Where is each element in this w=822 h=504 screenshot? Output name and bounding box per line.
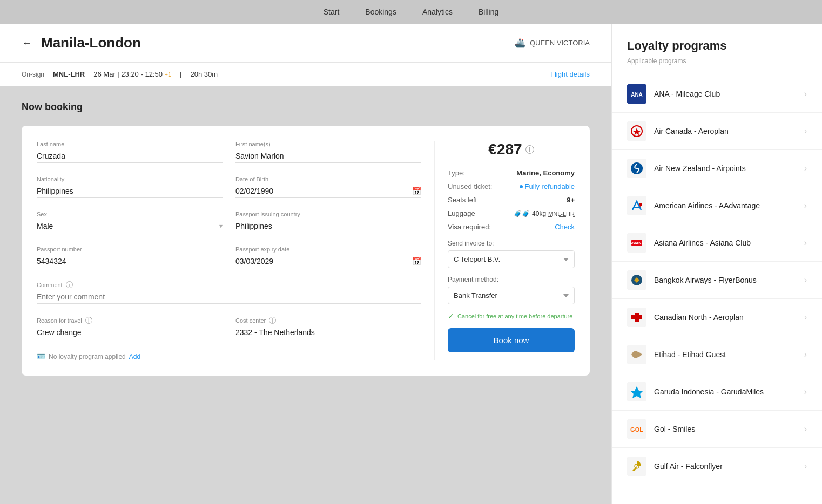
gulf-logo: [627, 457, 646, 476]
sex-select[interactable]: Male Female: [37, 220, 223, 233]
book-now-button[interactable]: Book now: [448, 328, 575, 352]
loyalty-item-ana[interactable]: ANA ANA - Mileage Club ›: [612, 76, 822, 113]
calendar-icon-expiry[interactable]: 📅: [412, 257, 421, 265]
left-content: ← Manila-London 🚢 QUEEN VICTORIA On-sign…: [0, 24, 611, 504]
price-card: €287 i Type: Marine, Economy Unused tick…: [434, 141, 575, 360]
loyalty-row: 🪪 No loyalty program applied Add: [37, 352, 421, 360]
visa-check-link[interactable]: Check: [555, 223, 575, 231]
chevron-right-icon: ›: [804, 387, 807, 397]
passport-row: Passport number Passport expiry date 03/…: [37, 246, 421, 268]
nav-billing[interactable]: Billing: [479, 8, 498, 16]
form-left: Last name First name(s) Nationality: [37, 141, 421, 360]
chevron-right-icon: ›: [804, 461, 807, 471]
passport-expiry-field: Passport expiry date 03/03/2029 📅: [235, 246, 421, 268]
dob-field: Date of Birth 02/02/1990 📅: [235, 176, 421, 198]
loyalty-item-etihad[interactable]: Etihad - Etihad Guest ›: [612, 336, 822, 373]
loyalty-item-air-canada[interactable]: Air Canada - Aeroplan ›: [612, 113, 822, 150]
garuda-logo: [627, 382, 646, 401]
passport-country-input[interactable]: [235, 220, 421, 233]
cost-center-field: Cost center i: [235, 317, 421, 339]
loyalty-item-left-gulf: Gulf Air - Falconflyer: [627, 457, 723, 476]
page-header-left: ← Manila-London: [22, 35, 141, 51]
price-details: Type: Marine, Economy Unused ticket: Ful…: [448, 169, 575, 352]
flight-badge: On-sign: [22, 71, 44, 78]
sex-label: Sex: [37, 211, 223, 217]
loyalty-list: ANA ANA - Mileage Club ›: [612, 76, 822, 485]
price-info-icon: i: [525, 145, 534, 154]
nav-bookings[interactable]: Bookings: [365, 8, 396, 16]
loyalty-item-garuda[interactable]: Garuda Indonesia - GarudaMiles ›: [612, 373, 822, 411]
nav-analytics[interactable]: Analytics: [422, 8, 453, 16]
nationality-input[interactable]: [37, 185, 223, 198]
payment-label: Payment method:: [448, 276, 575, 283]
reason-cost-row: Reason for travel i Cost center i: [37, 317, 421, 339]
asiana-name: Asiana Airlines - Asiana Club: [654, 239, 751, 247]
payment-select[interactable]: Bank Transfer: [448, 287, 575, 304]
first-name-input[interactable]: [235, 149, 421, 163]
invoice-label: Send invoice to:: [448, 240, 575, 247]
loyalty-item-air-nz[interactable]: Air New Zealand - Airpoints ›: [612, 150, 822, 187]
bangkok-name: Bangkok Airways - FlyerBonus: [654, 276, 757, 284]
luggage-icons: 🧳🧳: [514, 210, 530, 217]
dot-icon: [520, 185, 523, 188]
page-header: ← Manila-London 🚢 QUEEN VICTORIA: [0, 24, 611, 63]
reason-travel-input[interactable]: [37, 326, 223, 339]
loyalty-item-gol[interactable]: GOL Gol - Smiles ›: [612, 411, 822, 448]
chevron-right-icon: ›: [804, 350, 807, 359]
canadian-logo: [627, 308, 646, 327]
loyalty-item-left-air-nz: Air New Zealand - Airpoints: [627, 159, 746, 178]
visa-row: Visa required: Check: [448, 223, 575, 231]
visa-label: Visa required:: [448, 223, 491, 231]
comment-input[interactable]: [37, 290, 421, 304]
air-canada-name: Air Canada - Aeroplan: [654, 127, 729, 135]
passport-country-label: Passport issuing country: [235, 211, 421, 217]
flight-details-link[interactable]: Flight details: [550, 70, 590, 78]
air-canada-logo: [627, 121, 646, 141]
comment-field: Comment i: [37, 281, 421, 304]
loyalty-item-bangkok[interactable]: Bangkok Airways - FlyerBonus ›: [612, 262, 822, 299]
nationality-dob-row: Nationality Date of Birth 02/02/1990 📅: [37, 176, 421, 198]
air-nz-logo: [627, 159, 646, 178]
loyalty-sidebar: Loyalty programs Applicable programs ANA…: [611, 24, 822, 504]
svg-text:ANA: ANA: [631, 92, 643, 98]
chevron-right-icon: ›: [804, 312, 807, 322]
passport-number-input[interactable]: [37, 255, 223, 268]
name-row: Last name First name(s): [37, 141, 421, 163]
section-title: Now booking: [22, 101, 590, 113]
top-nav: Start Bookings Analytics Billing: [0, 0, 822, 24]
svg-rect-16: [635, 313, 639, 322]
luggage-row: Luggage 🧳🧳 40kg MNL-LHR: [448, 209, 575, 217]
separator: |: [180, 70, 181, 78]
type-row: Type: Marine, Economy: [448, 169, 575, 177]
chevron-right-icon: ›: [804, 126, 807, 136]
luggage-route: MNL-LHR: [548, 210, 575, 217]
passport-country-field: Passport issuing country: [235, 211, 421, 233]
back-button[interactable]: ←: [22, 37, 32, 49]
first-name-field: First name(s): [235, 141, 421, 163]
cancel-note: ✓ Cancel for free at any time before dep…: [448, 312, 575, 321]
flight-date: 26 Mar | 23:20 - 12:50 +1: [93, 70, 171, 78]
flight-duration: 20h 30m: [191, 70, 218, 78]
last-name-input[interactable]: [37, 149, 223, 163]
air-nz-name: Air New Zealand - Airpoints: [654, 164, 746, 173]
booking-form: Last name First name(s) Nationality: [22, 126, 590, 376]
loyalty-item-asiana[interactable]: ASIANA Asiana Airlines - Asiana Club ›: [612, 224, 822, 262]
flight-route: MNL-LHR: [53, 70, 85, 78]
nav-start[interactable]: Start: [324, 8, 340, 16]
calendar-icon[interactable]: 📅: [412, 187, 421, 195]
invoice-select[interactable]: C Teleport B.V.: [448, 250, 575, 268]
loyalty-item-gulf[interactable]: Gulf Air - Falconflyer ›: [612, 448, 822, 485]
loyalty-item-left-air-canada: Air Canada - Aeroplan: [627, 121, 729, 141]
loyalty-item-canadian[interactable]: Canadian North - Aeroplan ›: [612, 299, 822, 336]
loyalty-item-aa[interactable]: American Airlines - AAdvantage ›: [612, 187, 822, 224]
sex-passport-country-row: Sex Male Female ▾ Passport issuing count…: [37, 211, 421, 233]
svg-rect-15: [639, 315, 642, 319]
asiana-logo: ASIANA: [627, 233, 646, 253]
loyalty-add-link[interactable]: Add: [129, 353, 140, 360]
cost-center-input[interactable]: [235, 326, 421, 339]
garuda-name: Garuda Indonesia - GarudaMiles: [654, 387, 764, 396]
loyalty-item-left-aa: American Airlines - AAdvantage: [627, 196, 760, 215]
chevron-right-icon: ›: [804, 201, 807, 210]
unused-ticket-row: Unused ticket: Fully refundable: [448, 182, 575, 190]
etihad-name: Etihad - Etihad Guest: [654, 350, 726, 359]
